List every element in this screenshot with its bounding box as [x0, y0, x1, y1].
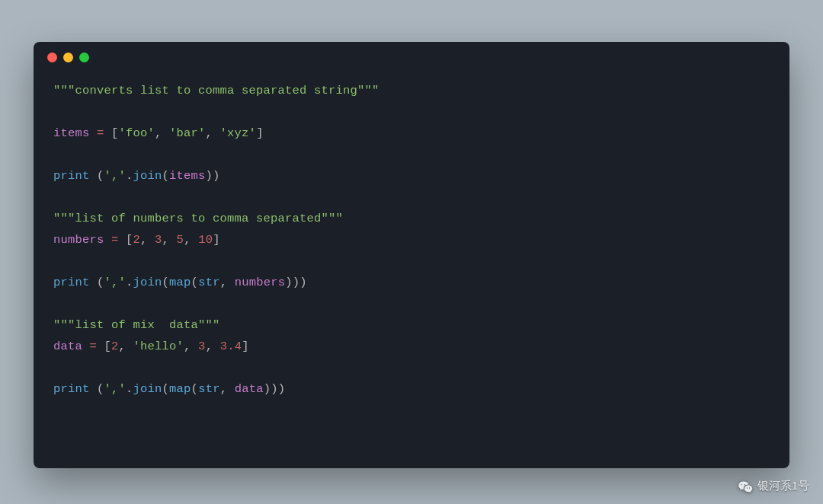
list-item: 3	[155, 233, 162, 247]
bracket-close: ]	[242, 340, 249, 353]
comma: ,	[184, 233, 198, 247]
docstring-1: """converts list to comma separated stri…	[53, 84, 379, 97]
comma-literal: ','	[104, 169, 126, 183]
assign-eq: =	[104, 233, 126, 247]
list-item: 2	[133, 233, 141, 247]
paren: (	[90, 382, 104, 396]
dot: .	[126, 382, 133, 396]
list-item: 'bar'	[169, 126, 206, 140]
fn-map: map	[169, 382, 191, 396]
comma: ,	[119, 340, 133, 353]
close-icon[interactable]	[47, 53, 57, 62]
assign-eq: =	[82, 340, 104, 353]
fn-str: str	[198, 276, 220, 289]
watermark-text: 银河系1号	[757, 479, 809, 493]
paren: (	[162, 276, 170, 289]
paren: (	[90, 169, 104, 183]
bracket-open: [	[111, 126, 119, 140]
comma: ,	[140, 233, 155, 247]
var-items: items	[53, 126, 90, 140]
docstring-3: """list of mix data"""	[53, 318, 220, 332]
arg-data: data	[235, 382, 264, 396]
comma: ,	[155, 126, 169, 140]
list-item: 3	[198, 340, 206, 353]
dot: .	[126, 276, 133, 289]
paren: ))	[206, 169, 220, 183]
dot: .	[126, 169, 133, 183]
fn-print: print	[53, 382, 90, 396]
comma: ,	[220, 382, 235, 396]
list-item: 3.4	[220, 340, 242, 353]
paren: (	[90, 276, 104, 289]
docstring-2: """list of numbers to comma separated"""	[53, 212, 343, 225]
maximize-icon[interactable]	[79, 53, 89, 62]
comma: ,	[220, 276, 235, 289]
var-data: data	[53, 340, 82, 353]
arg-numbers: numbers	[235, 276, 286, 289]
bracket-open: [	[104, 340, 112, 353]
paren: )))	[264, 382, 286, 396]
wechat-icon	[738, 480, 753, 493]
paren: (	[191, 382, 199, 396]
list-item: 2	[111, 340, 119, 353]
paren: (	[162, 382, 170, 396]
code-window: """converts list to comma separated stri…	[34, 42, 789, 468]
fn-print: print	[53, 169, 90, 183]
code-area: """converts list to comma separated stri…	[34, 72, 789, 415]
comma: ,	[162, 233, 177, 247]
bracket-open: [	[126, 233, 133, 247]
fn-join: join	[133, 382, 162, 396]
bracket-close: ]	[256, 126, 264, 140]
list-item: 5	[177, 233, 184, 247]
fn-str: str	[198, 382, 220, 396]
paren: (	[162, 169, 170, 183]
minimize-icon[interactable]	[63, 53, 73, 62]
list-item: 'xyz'	[220, 126, 257, 140]
assign-eq: =	[90, 126, 112, 140]
fn-join: join	[133, 169, 162, 183]
comma: ,	[206, 340, 220, 353]
arg-items: items	[169, 169, 206, 183]
list-item: 10	[198, 233, 213, 247]
comma: ,	[184, 340, 198, 353]
watermark: 银河系1号	[738, 479, 809, 493]
fn-join: join	[133, 276, 162, 289]
bracket-close: ]	[213, 233, 220, 247]
var-numbers: numbers	[53, 233, 104, 247]
fn-map: map	[169, 276, 191, 289]
window-titlebar	[34, 42, 789, 72]
list-item: 'foo'	[119, 126, 155, 140]
paren: (	[191, 276, 199, 289]
comma-literal: ','	[104, 382, 126, 396]
comma-literal: ','	[104, 276, 126, 289]
fn-print: print	[53, 276, 90, 289]
paren: )))	[285, 276, 307, 289]
comma: ,	[206, 126, 220, 140]
list-item: 'hello'	[133, 340, 184, 353]
